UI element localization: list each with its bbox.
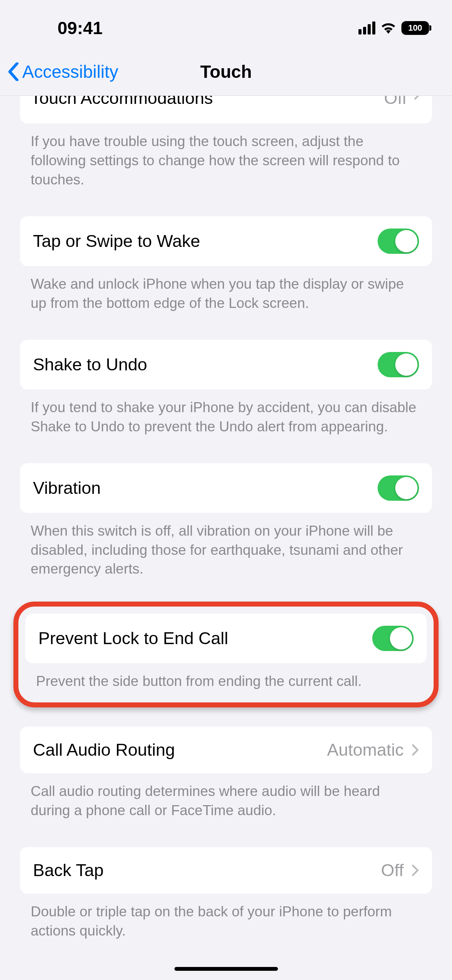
nav-bar: Accessibility Touch — [0, 54, 452, 96]
status-time: 09:41 — [58, 18, 103, 38]
home-indicator[interactable] — [174, 967, 278, 971]
row-shake-to-undo[interactable]: Shake to Undo — [20, 340, 432, 390]
back-label: Accessibility — [22, 61, 118, 82]
back-button[interactable]: Accessibility — [8, 61, 118, 82]
switch-tap-to-wake[interactable] — [378, 229, 419, 254]
row-label: Call Audio Routing — [33, 740, 175, 760]
page-title: Touch — [200, 61, 252, 82]
row-touch-accommodations[interactable]: Touch Accommodations Off — [20, 96, 432, 123]
wifi-icon — [381, 22, 396, 34]
row-value: Off — [381, 860, 404, 880]
row-value: Automatic — [327, 740, 404, 760]
row-label: Vibration — [33, 478, 101, 498]
row-label: Back Tap — [33, 860, 104, 880]
footer-touch-accommodations: If you have trouble using the touch scre… — [0, 123, 452, 189]
row-vibration[interactable]: Vibration — [20, 463, 432, 513]
row-value: Off — [384, 96, 407, 108]
battery-level: 100 — [408, 23, 422, 33]
group-call-audio-routing: Call Audio Routing Automatic — [20, 727, 432, 773]
chevron-right-icon — [412, 744, 419, 756]
battery-icon: 100 — [401, 21, 429, 35]
chevron-right-icon — [412, 865, 419, 876]
footer-tap-to-wake: Wake and unlock iPhone when you tap the … — [0, 266, 452, 313]
footer-call-audio-routing: Call audio routing determines where audi… — [0, 773, 452, 820]
switch-prevent-lock-end-call[interactable] — [372, 626, 414, 651]
group-tap-to-wake: Tap or Swipe to Wake — [20, 216, 432, 266]
footer-vibration: When this switch is off, all vibration o… — [0, 513, 452, 579]
row-prevent-lock-end-call[interactable]: Prevent Lock to End Call — [25, 613, 427, 663]
signal-icon — [358, 21, 375, 35]
status-icons: 100 — [358, 21, 429, 35]
footer-back-tap: Double or triple tap on the back of your… — [0, 894, 452, 941]
group-back-tap: Back Tap Off — [20, 847, 432, 894]
footer-prevent-lock-end-call: Prevent the side button from ending the … — [18, 663, 434, 691]
switch-vibration[interactable] — [378, 475, 419, 501]
chevron-right-icon — [414, 96, 421, 100]
group-shake-to-undo: Shake to Undo — [20, 340, 432, 390]
footer-shake-to-undo: If you tend to shake your iPhone by acci… — [0, 390, 452, 436]
row-back-tap[interactable]: Back Tap Off — [20, 847, 432, 894]
switch-shake-to-undo[interactable] — [378, 352, 419, 377]
status-bar: 09:41 100 — [0, 0, 452, 54]
chevron-left-icon — [8, 62, 19, 81]
highlight-box: Prevent Lock to End Call Prevent the sid… — [13, 602, 439, 707]
row-label: Tap or Swipe to Wake — [33, 231, 200, 251]
row-call-audio-routing[interactable]: Call Audio Routing Automatic — [20, 727, 432, 773]
group-prevent-lock-end-call: Prevent Lock to End Call — [25, 613, 427, 663]
row-label: Shake to Undo — [33, 355, 147, 375]
group-vibration: Vibration — [20, 463, 432, 513]
row-label: Prevent Lock to End Call — [38, 628, 228, 648]
row-label: Touch Accommodations — [31, 96, 213, 108]
row-tap-to-wake[interactable]: Tap or Swipe to Wake — [20, 216, 432, 266]
